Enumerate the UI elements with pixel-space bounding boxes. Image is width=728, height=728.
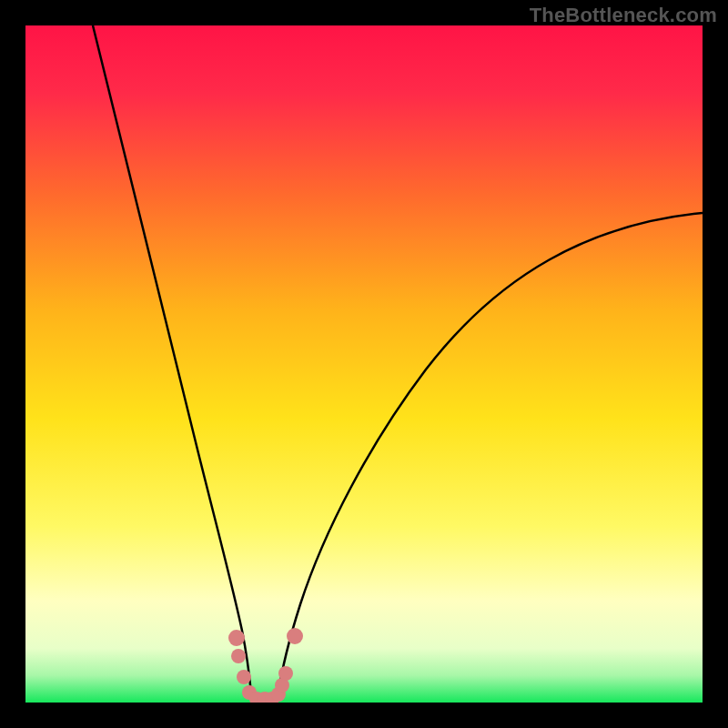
dot — [237, 670, 251, 684]
bottleneck-chart — [25, 25, 703, 703]
dot — [231, 649, 246, 663]
dot — [287, 628, 303, 644]
watermark-text: TheBottleneck.com — [530, 4, 717, 27]
gradient-background — [25, 25, 703, 703]
chart-frame: TheBottleneck.com — [0, 0, 728, 728]
dot — [278, 666, 293, 681]
dot — [228, 630, 245, 646]
